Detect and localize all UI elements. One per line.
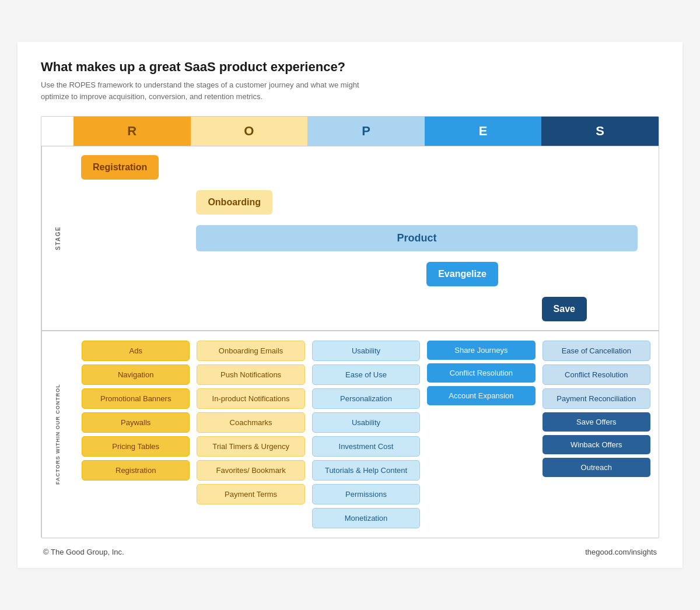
factor-p-personalization: Personalization [312, 388, 420, 409]
factor-p-ease-of-use: Ease of Use [312, 364, 420, 385]
column-header-r: R [74, 117, 191, 146]
factors-col-e: Share Journeys Conflict Resolution Accou… [424, 338, 538, 531]
stage-empty-p1 [309, 152, 424, 183]
stage-onboarding-cell: Onboarding [193, 187, 308, 218]
stage-empty-r3 [78, 222, 193, 254]
footer: © The Good Group, Inc. thegood.com/insig… [41, 548, 659, 556]
stage-empty-p4 [309, 259, 424, 289]
factor-s-save-offers: Save Offers [542, 412, 650, 432]
stage-evangelize-cell: Evangelize [424, 259, 538, 289]
column-header-s: S [541, 117, 659, 146]
stage-empty-r2 [78, 187, 193, 218]
stage-registration-cell: Registration [78, 152, 193, 183]
factor-o-payment-terms: Payment Terms [197, 484, 304, 504]
factors-col-r: Ads Navigation Promotional Banners Paywa… [78, 338, 193, 531]
stage-row-label: STAGE [41, 146, 74, 330]
stage-evangelize-badge: Evangelize [426, 262, 498, 286]
factor-r-navigation: Navigation [82, 364, 190, 385]
main-grid: R O P E S STAGE Registration [41, 116, 659, 538]
factor-p-monetization: Monetization [312, 508, 420, 528]
factors-section: FACTORS WITHIN OUR CONTROL Ads Navigatio… [41, 331, 659, 538]
factor-s-winback-offers: Winback Offers [542, 435, 650, 454]
factor-s-ease-cancellation: Ease of Cancellation [542, 341, 650, 361]
factor-s-payment-reconciliation: Payment Reconciliation [542, 388, 650, 409]
factor-r-promo-banners: Promotional Banners [82, 388, 190, 409]
factor-p-permissions: Permissions [312, 484, 420, 504]
factor-r-registration: Registration [82, 460, 190, 481]
stage-section: STAGE Registration Onboarding [41, 146, 659, 331]
factor-p-investment-cost: Investment Cost [312, 436, 420, 457]
factor-o-inproduct-notifications: In-product Notifications [197, 388, 304, 409]
factor-o-coachmarks: Coachmarks [197, 412, 304, 433]
stage-empty-e5 [424, 294, 538, 324]
stage-empty-p2 [309, 187, 424, 218]
stage-empty-s4 [539, 259, 654, 289]
stage-empty-e2 [424, 187, 538, 218]
footer-right: thegood.com/insights [585, 548, 657, 556]
stage-empty-p5 [309, 294, 424, 324]
factors-row-label: FACTORS WITHIN OUR CONTROL [41, 331, 74, 538]
stage-onboarding-badge: Onboarding [196, 190, 272, 215]
stage-empty-o1 [193, 152, 308, 183]
factor-o-trial-timers: Trial Timers & Urgency [197, 436, 304, 457]
column-header-e: E [425, 117, 542, 146]
page-title: What makes up a great SaaS product exper… [41, 59, 659, 75]
factor-e-conflict-resolution: Conflict Resolution [427, 363, 535, 383]
factor-e-account-expansion: Account Expansion [427, 386, 535, 405]
stage-registration-badge: Registration [81, 155, 159, 180]
stage-save-cell: Save [539, 294, 654, 324]
column-header-row: R O P E S [41, 117, 659, 146]
page-subtitle: Use the ROPES framework to understand th… [41, 79, 368, 102]
factors-col-p: Usability Ease of Use Personalization Us… [309, 338, 424, 531]
column-header-p: P [307, 117, 425, 146]
column-header-o: O [191, 117, 308, 146]
stage-empty-o4 [193, 259, 308, 289]
factor-o-push-notifications: Push Notifications [197, 364, 304, 385]
factor-r-ads: Ads [82, 341, 190, 361]
factor-o-onboarding-emails: Onboarding Emails [197, 341, 304, 361]
stage-content: Registration Onboarding [74, 146, 659, 330]
stage-product-badge: Product [196, 225, 637, 251]
footer-left: © The Good Group, Inc. [43, 548, 124, 556]
factors-col-o: Onboarding Emails Push Notifications In-… [193, 338, 308, 531]
stage-empty-s2 [539, 187, 654, 218]
factors-cols: Ads Navigation Promotional Banners Paywa… [74, 331, 659, 538]
stage-save-badge: Save [542, 297, 587, 321]
factor-r-paywalls: Paywalls [82, 412, 190, 433]
stage-empty-r4 [78, 259, 193, 289]
page-container: What makes up a great SaaS product exper… [18, 42, 682, 568]
factor-r-pricing-tables: Pricing Tables [82, 436, 190, 457]
factor-p-tutorials: Tutorials & Help Content [312, 460, 420, 481]
stage-empty-o5 [193, 294, 308, 324]
factor-p-usability2: Usability [312, 412, 420, 433]
factors-col-s: Ease of Cancellation Conflict Resolution… [539, 338, 654, 531]
header-spacer [41, 117, 74, 146]
factor-e-share-journeys: Share Journeys [427, 341, 535, 360]
factor-s-conflict-resolution: Conflict Resolution [542, 364, 650, 385]
stage-empty-s1 [539, 152, 654, 183]
factor-s-outreach: Outreach [542, 458, 650, 477]
stage-empty-e1 [424, 152, 538, 183]
stage-empty-r5 [78, 294, 193, 324]
stage-product-cell: Product [193, 222, 654, 254]
factor-o-favorites-bookmark: Favorites/ Bookmark [197, 460, 304, 481]
factor-p-usability1: Usability [312, 341, 420, 361]
